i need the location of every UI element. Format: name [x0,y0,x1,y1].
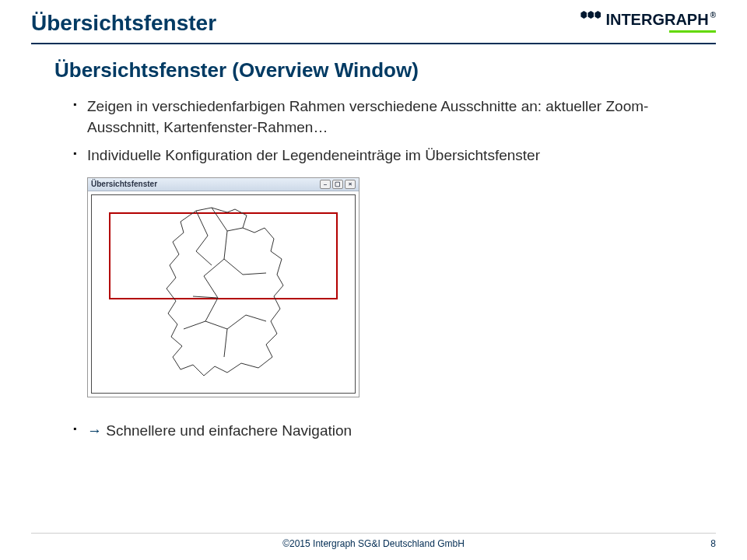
germany-map-icon [149,205,297,383]
logo-hex-icon [580,11,587,19]
bullet-item: Individuelle Konfiguration der Legendene… [73,145,700,166]
overview-window-screenshot: Übersichtsfenster – ▢ × [87,177,359,397]
restore-icon: ▢ [332,180,343,189]
intergraph-logo: INTERGRAPH ® [580,11,716,33]
content-subtitle: Übersichtsfenster (Overview Window) [54,58,700,82]
bullet-conclusion: → Schnellere und einfachere Navigation [73,421,700,442]
minimize-icon: – [320,180,331,189]
logo-hex-icon [587,11,594,19]
window-title: Übersichtsfenster [91,180,157,188]
close-icon: × [345,180,356,189]
logo-registered: ® [710,11,716,19]
logo-accent [669,30,716,33]
slide-title: Übersichtsfenster [31,11,216,36]
arrow-icon: → [87,422,102,439]
bullet-item: Zeigen in verschiedenfarbigen Rahmen ver… [73,96,700,138]
logo-text: INTERGRAPH [605,11,708,29]
page-number: 8 [710,538,716,549]
logo-hex-icon [594,11,601,19]
footer-copyright: ©2015 Intergraph SG&I Deutschland GmbH [282,538,465,549]
conclusion-text: Schnellere und einfachere Navigation [102,422,352,439]
header-divider [31,43,716,44]
